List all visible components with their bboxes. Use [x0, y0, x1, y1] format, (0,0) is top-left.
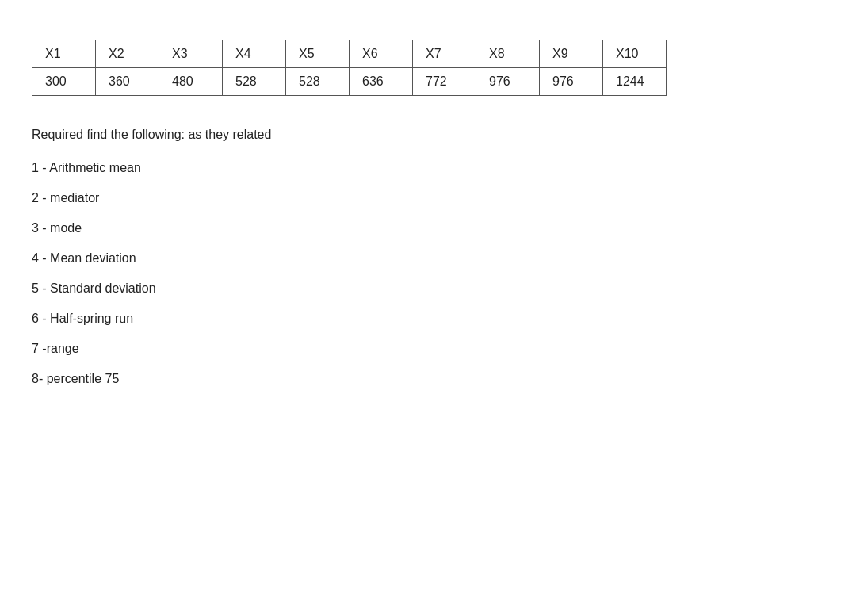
requirements-section: Required find the following: as they rel…	[32, 128, 824, 386]
table-value-cell: 1244	[603, 68, 667, 96]
table-value-cell: 976	[476, 68, 540, 96]
table-value-cell: 976	[540, 68, 603, 96]
req-item-8: 8- percentile 75	[32, 372, 824, 386]
req-item-5: 5 - Standard deviation	[32, 281, 824, 296]
table-value-cell: 528	[223, 68, 286, 96]
table-value-cell: 360	[96, 68, 159, 96]
req-item-7: 7 -range	[32, 342, 824, 356]
table-header-cell: X7	[413, 40, 476, 68]
table-header-cell: X2	[96, 40, 159, 68]
table-header-cell: X10	[603, 40, 667, 68]
table-header-cell: X5	[286, 40, 350, 68]
table-value-cell: 528	[286, 68, 350, 96]
table-header-cell: X6	[350, 40, 413, 68]
req-item-1: 1 - Arithmetic mean	[32, 161, 824, 175]
table-header-cell: X1	[32, 40, 96, 68]
data-table: X1X2X3X4X5X6X7X8X9X103003604805285286367…	[32, 40, 667, 96]
table-header-cell: X8	[476, 40, 540, 68]
required-intro: Required find the following: as they rel…	[32, 128, 824, 142]
table-value-cell: 636	[350, 68, 413, 96]
req-item-2: 2 - mediator	[32, 191, 824, 205]
table-value-cell: 300	[32, 68, 96, 96]
table-header-cell: X3	[159, 40, 223, 68]
req-item-6: 6 - Half-spring run	[32, 312, 824, 326]
table-value-cell: 772	[413, 68, 476, 96]
table-header-cell: X4	[223, 40, 286, 68]
table-header-cell: X9	[540, 40, 603, 68]
table-value-cell: 480	[159, 68, 223, 96]
req-item-3: 3 - mode	[32, 221, 824, 235]
page-container: X1X2X3X4X5X6X7X8X9X103003604805285286367…	[0, 16, 856, 418]
req-item-4: 4 - Mean deviation	[32, 251, 824, 266]
